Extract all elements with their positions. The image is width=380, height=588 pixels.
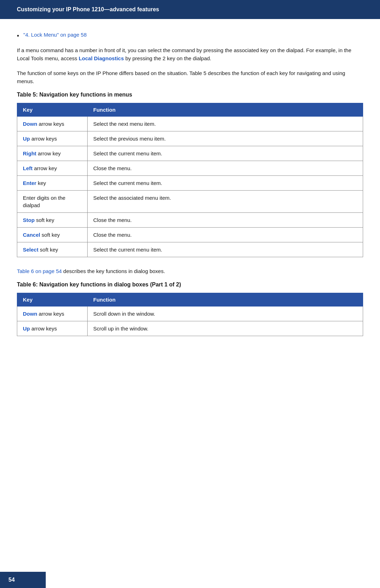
table5-key-cell: Enter key: [17, 176, 88, 191]
table5-key-cell: Stop soft key: [17, 213, 88, 228]
key-text: soft key: [38, 247, 58, 253]
paragraph-1: If a menu command has a number in front …: [17, 46, 363, 63]
header-bar: Customizing your IP Phone 1210—advanced …: [0, 0, 380, 19]
local-diagnostics-link[interactable]: Local Diagnostics: [79, 55, 124, 61]
table-row: Up arrow keysSelect the previous menu it…: [17, 131, 363, 146]
table6-header-row: Key Function: [17, 293, 363, 307]
key-text: soft key: [40, 232, 60, 238]
page-container: Customizing your IP Phone 1210—advanced …: [0, 0, 380, 588]
table6-title: Table 6: Navigation key functions in dia…: [17, 281, 363, 288]
table5-col-function: Function: [88, 103, 363, 117]
key-text: arrow keys: [37, 121, 64, 127]
table5-function-cell: Close the menu.: [88, 161, 363, 176]
table5-function-cell: Close the menu.: [88, 213, 363, 228]
table-row: Right arrow keySelect the current menu i…: [17, 146, 363, 161]
table5-function-cell: Close the menu.: [88, 228, 363, 242]
table5-function-cell: Select the current menu item.: [88, 146, 363, 161]
key-text: arrow keys: [30, 326, 57, 332]
key-link[interactable]: Right: [23, 150, 36, 156]
table5-key-cell: Down arrow keys: [17, 117, 88, 131]
key-link[interactable]: Enter: [23, 180, 36, 186]
key-text: arrow key: [36, 150, 61, 156]
table5-key-cell: Up arrow keys: [17, 131, 88, 146]
table-row: Stop soft keyClose the menu.: [17, 213, 363, 228]
page-number: 54: [8, 577, 15, 583]
key-link[interactable]: Down: [23, 121, 37, 127]
table5-key-cell: Left arrow key: [17, 161, 88, 176]
key-text: arrow keys: [37, 311, 64, 317]
table5-function-cell: Select the next menu item.: [88, 117, 363, 131]
table-row: Cancel soft keyClose the menu.: [17, 228, 363, 242]
key-text: Enter digits on the dialpad: [23, 195, 65, 208]
footer-bar: 54: [0, 572, 46, 588]
table5-function-cell: Select the previous menu item.: [88, 131, 363, 146]
paragraph-2: The function of some keys on the IP Phon…: [17, 69, 363, 86]
table-row: Down arrow keysScroll down in the window…: [17, 307, 363, 321]
table6-function-cell: Scroll down in the window.: [88, 307, 363, 321]
table6-link[interactable]: Table 6 on page 54: [17, 268, 62, 274]
table-row: Up arrow keysScroll up in the window.: [17, 321, 363, 336]
table6-function-cell: Scroll up in the window.: [88, 321, 363, 336]
key-link[interactable]: Left: [23, 165, 33, 171]
table5-key-cell: Enter digits on the dialpad: [17, 191, 88, 213]
key-text: arrow keys: [30, 136, 57, 142]
bullet-dot: •: [17, 32, 19, 41]
table5-title: Table 5: Navigation key functions in men…: [17, 92, 363, 98]
key-link[interactable]: Down: [23, 311, 37, 317]
key-link[interactable]: Up: [23, 326, 30, 332]
between-tables-text: Table 6 on page 54 describes the key fun…: [17, 267, 363, 275]
key-link[interactable]: Up: [23, 136, 30, 142]
table5-function-cell: Select the current menu item.: [88, 176, 363, 191]
table5-header-row: Key Function: [17, 103, 363, 117]
table5: Key Function Down arrow keysSelect the n…: [17, 103, 363, 257]
between-tables-rest: describes the key functions in dialog bo…: [62, 268, 165, 274]
key-link[interactable]: Cancel: [23, 232, 40, 238]
bullet-item: • "4. Lock Menu" on page 58: [17, 32, 363, 41]
table6-key-cell: Up arrow keys: [17, 321, 88, 336]
key-link[interactable]: Select: [23, 247, 38, 253]
table-row: Enter keySelect the current menu item.: [17, 176, 363, 191]
header-title: Customizing your IP Phone 1210—advanced …: [17, 6, 159, 12]
table5-key-cell: Cancel soft key: [17, 228, 88, 242]
table-row: Down arrow keysSelect the next menu item…: [17, 117, 363, 131]
key-link[interactable]: Stop: [23, 217, 34, 223]
table6-key-cell: Down arrow keys: [17, 307, 88, 321]
table-row: Left arrow keyClose the menu.: [17, 161, 363, 176]
lock-menu-link[interactable]: "4. Lock Menu" on page 58: [23, 32, 87, 38]
table5-key-cell: Right arrow key: [17, 146, 88, 161]
table5-function-cell: Select the associated menu item.: [88, 191, 363, 213]
para1-end: by pressing the 2 key on the dialpad.: [124, 55, 211, 61]
key-text: soft key: [34, 217, 54, 223]
table-row: Enter digits on the dialpadSelect the as…: [17, 191, 363, 213]
table6-col-key: Key: [17, 293, 88, 307]
content-area: • "4. Lock Menu" on page 58 If a menu co…: [0, 19, 380, 588]
table5-col-key: Key: [17, 103, 88, 117]
table5-function-cell: Select the current menu item.: [88, 242, 363, 257]
key-text: arrow key: [33, 165, 57, 171]
key-text: key: [36, 180, 46, 186]
table6: Key Function Down arrow keysScroll down …: [17, 293, 363, 336]
table-row: Select soft keySelect the current menu i…: [17, 242, 363, 257]
table6-col-function: Function: [88, 293, 363, 307]
table5-key-cell: Select soft key: [17, 242, 88, 257]
